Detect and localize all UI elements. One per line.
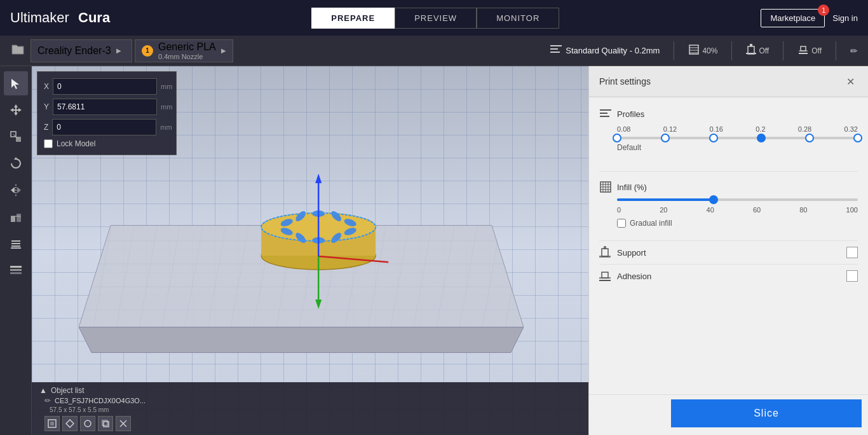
printer-name: Creality Ender-3 <box>37 45 111 57</box>
svg-rect-25 <box>11 240 20 242</box>
support-value: Off <box>759 46 769 55</box>
svg-rect-0 <box>550 45 562 46</box>
svg-rect-56 <box>600 109 611 111</box>
profile-default-label: Default <box>617 143 858 152</box>
material-selector[interactable]: 1 Generic PLA 0.4mm Nozzle ▶ <box>135 39 233 62</box>
object-list-header[interactable]: ▲ Object list <box>39 386 581 395</box>
bottom-bar: ▲ Object list ✏ CE3_FSJ7HCDJX0O4G3O... 5… <box>32 382 588 435</box>
adhesion-toggle-label: Adhesion <box>617 272 846 281</box>
printer-selector[interactable]: Creality Ender-3 ▶ <box>31 39 132 62</box>
folder-icon <box>11 44 25 58</box>
infill-slider-track[interactable] <box>617 198 858 201</box>
svg-marker-18 <box>14 157 18 160</box>
quality-selector[interactable]: Standard Quality - 0.2mm <box>550 45 660 56</box>
tab-preview[interactable]: PREVIEW <box>395 8 477 29</box>
marketplace-badge: 1 <box>818 4 829 16</box>
svg-rect-28 <box>11 247 21 249</box>
x-label: X <box>44 82 49 91</box>
object-list-label: Object list <box>51 386 85 395</box>
support-toggle-icon <box>599 246 612 259</box>
close-settings-button[interactable]: ✕ <box>843 74 858 89</box>
infill-0: 0 <box>617 206 621 214</box>
adhesion-checkbox[interactable] <box>846 270 858 282</box>
gradual-infill-checkbox[interactable] <box>617 219 626 228</box>
svg-rect-31 <box>10 272 22 274</box>
marketplace-button[interactable]: Marketplace 1 <box>761 9 825 27</box>
obj-tool-side[interactable] <box>62 416 78 431</box>
support-icon <box>746 44 756 57</box>
svg-rect-29 <box>10 266 22 268</box>
print-settings-panel: Print settings ✕ Profiles 0.08 0.12 0.16 <box>588 66 868 435</box>
svg-rect-71 <box>602 272 608 278</box>
toolbar-separator-2 <box>731 41 732 60</box>
svg-marker-21 <box>17 187 21 193</box>
profiles-section: Profiles 0.08 0.12 0.16 0.2 0.28 0.32 <box>599 107 858 158</box>
slice-button-container: Slice <box>671 399 862 427</box>
material-info: Generic PLA 0.4mm Nozzle <box>158 41 216 60</box>
obj-tool-front[interactable] <box>44 416 60 431</box>
support-row: Support <box>599 240 858 264</box>
tab-monitor[interactable]: MONITOR <box>477 8 559 29</box>
profile-thumb-3-active[interactable] <box>757 134 766 142</box>
support-checkbox[interactable] <box>846 247 858 258</box>
profile-thumb-2[interactable] <box>709 134 718 142</box>
mark-012: 0.12 <box>663 125 677 133</box>
sidebar-tool-scale[interactable] <box>4 125 28 149</box>
infill-60: 60 <box>753 206 761 214</box>
sidebar-tool-layers[interactable] <box>4 258 28 282</box>
material-name: Generic PLA <box>158 41 216 53</box>
profile-thumb-5[interactable] <box>853 134 862 142</box>
svg-rect-2 <box>550 52 560 53</box>
infill-thumb[interactable] <box>709 195 718 204</box>
infill-40: 40 <box>707 206 714 214</box>
profile-thumb-0[interactable] <box>613 134 621 142</box>
profiles-slider-track[interactable] <box>617 137 858 139</box>
infill-20: 20 <box>660 206 667 214</box>
settings-edit-icon[interactable]: ✏ <box>850 46 858 56</box>
z-input[interactable] <box>52 119 156 135</box>
obj-tool-delete[interactable] <box>116 416 131 431</box>
sidebar-tool-mirror[interactable] <box>4 178 28 202</box>
infill-pattern-icon <box>599 181 612 193</box>
svg-marker-34 <box>79 327 524 352</box>
object-item-name: CE3_FSJ7HCDJX0O4G3O... <box>55 397 146 404</box>
profile-thumb-4[interactable] <box>805 134 814 142</box>
sidebar-tool-move[interactable] <box>4 98 28 122</box>
profile-thumb-1[interactable] <box>661 134 670 142</box>
slice-button[interactable]: Slice <box>671 399 862 427</box>
infill-label: Infill (%) <box>617 183 647 192</box>
support-setting[interactable]: Off <box>746 44 769 57</box>
infill-slider-fill <box>617 198 714 201</box>
lock-model-label: Lock Model <box>57 139 95 148</box>
adhesion-row: Adhesion <box>599 264 858 287</box>
signin-button[interactable]: Sign in <box>832 13 858 23</box>
svg-marker-55 <box>315 300 322 309</box>
lock-model-checkbox[interactable] <box>44 139 53 148</box>
object-list-item[interactable]: ✏ CE3_FSJ7HCDJX0O4G3O... <box>39 396 581 405</box>
x-input[interactable] <box>53 78 157 95</box>
adhesion-setting[interactable]: Off <box>797 44 822 57</box>
obj-tool-top[interactable] <box>80 416 95 431</box>
svg-rect-68 <box>604 246 606 249</box>
svg-point-75 <box>85 420 91 427</box>
y-label: Y <box>44 102 49 111</box>
infill-setting[interactable]: 40% <box>688 44 717 57</box>
sidebar-tool-permodel[interactable] <box>4 205 28 229</box>
obj-tool-duplicate[interactable] <box>98 416 113 431</box>
top-bar: Ultimaker Cura PREPARE PREVIEW MONITOR M… <box>0 0 868 36</box>
sidebar-tool-rotate[interactable] <box>4 151 28 176</box>
svg-rect-8 <box>746 53 756 54</box>
object-edit-icon: ✏ <box>44 396 51 405</box>
support-toggle-label: Support <box>617 248 846 258</box>
tab-prepare[interactable]: PREPARE <box>311 8 395 29</box>
infill-value: 40% <box>702 46 717 55</box>
y-input[interactable] <box>53 99 157 115</box>
sidebar-tool-support[interactable] <box>4 231 28 256</box>
sidebar-tool-select[interactable] <box>4 71 28 95</box>
svg-rect-67 <box>599 256 611 258</box>
top-right: Marketplace 1 Sign in <box>761 9 858 27</box>
open-folder-button[interactable] <box>5 38 31 64</box>
profiles-icon <box>599 107 612 120</box>
svg-rect-27 <box>11 245 20 247</box>
svg-marker-51 <box>315 174 322 183</box>
